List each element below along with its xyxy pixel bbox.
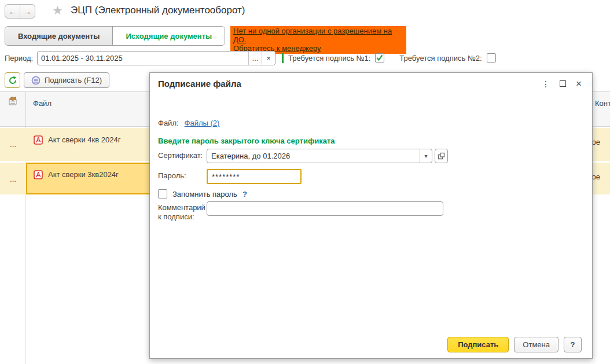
warning-banner: Нет ни одной организации с разрешением н… [230, 26, 406, 54]
certificate-combobox[interactable]: Екатерина, до 01.2026 ▾ [207, 149, 432, 163]
stamp-icon [31, 76, 41, 85]
warning-link-line1[interactable]: Нет ни одной организации с разрешением н… [233, 27, 403, 44]
file-label: Файл: [158, 119, 179, 127]
remember-password-checkbox[interactable] [158, 189, 167, 198]
counterparty-column-header[interactable]: Контр [595, 99, 610, 108]
kebab-menu-icon[interactable]: ⋮ [542, 80, 550, 88]
forward-button[interactable]: → [20, 5, 35, 18]
certificate-label: Сертификат: [158, 149, 207, 163]
period-input[interactable]: 01.01.2025 - 30.11.2025 [38, 52, 248, 65]
file-name: Акт сверки 4кв 2024г [48, 135, 120, 144]
sign-f12-button[interactable]: Подписать (F12) [24, 72, 109, 88]
signature2-checkbox[interactable] [487, 53, 496, 62]
back-icon: ← [9, 7, 17, 16]
sign-file-dialog: Подписание файла ⋮ × Файл: Файлы (2) Вве… [149, 72, 593, 359]
page-title: ЭЦП (Электронный документооборот) [71, 5, 245, 16]
signing-status-column-header[interactable] [0, 92, 26, 127]
handshake-document-icon [8, 95, 18, 106]
password-label: Пароль: [158, 169, 207, 184]
favorite-star-icon[interactable]: ★ [52, 3, 63, 17]
help-button[interactable]: ? [564, 337, 582, 352]
signature1-checkbox[interactable] [375, 53, 384, 62]
cancel-button[interactable]: Отмена [514, 337, 558, 352]
file-column-header[interactable]: Файл [33, 99, 52, 108]
back-button[interactable]: ← [5, 5, 20, 18]
password-input[interactable]: ******** [207, 169, 302, 184]
row-more-button[interactable]: ... [0, 163, 26, 196]
comment-input[interactable] [207, 201, 443, 216]
signature1-label: Требуется подпись №1: [288, 54, 370, 62]
period-label: Период: [5, 54, 33, 62]
files-link[interactable]: Файлы (2) [185, 119, 220, 127]
pdf-file-icon [34, 170, 43, 179]
nav-history-group: ← → [5, 4, 35, 19]
tab-outgoing-documents[interactable]: Исходящие документы [113, 27, 225, 45]
remember-help-link[interactable]: ? [242, 190, 247, 198]
open-certificate-button[interactable] [435, 149, 448, 163]
period-clear-button[interactable]: × [262, 52, 275, 65]
password-heading: Введите пароль закрытого ключа сертифика… [158, 137, 335, 145]
period-field: 01.01.2025 - 30.11.2025 ... × [37, 51, 275, 65]
comment-label: Комментарий к подписи: [158, 201, 207, 222]
forward-icon: → [24, 7, 32, 16]
dialog-titlebar: Подписание файла ⋮ × [150, 73, 592, 89]
refresh-icon [8, 76, 17, 85]
close-icon[interactable]: × [576, 79, 582, 89]
group-separator [282, 53, 284, 63]
signature-flags: Требуется подпись №1: Требуется подпись … [288, 53, 496, 62]
certificate-value: Екатерина, до 01.2026 [207, 149, 420, 163]
app-window: ← → ★ ЭЦП (Электронный документооборот) … [0, 0, 610, 364]
document-tabs: Входящие документы Исходящие документы [5, 26, 225, 46]
period-more-button[interactable]: ... [248, 52, 262, 65]
maximize-icon[interactable] [560, 80, 566, 87]
pdf-file-icon [34, 135, 43, 145]
dialog-title: Подписание файла [158, 79, 542, 89]
chevron-down-icon[interactable]: ▾ [420, 149, 432, 163]
sign-button[interactable]: Подписать [447, 337, 509, 352]
sign-f12-label: Подписать (F12) [45, 76, 102, 84]
tab-incoming-documents[interactable]: Входящие документы [5, 27, 113, 45]
checkmark-icon [376, 54, 383, 61]
refresh-button[interactable] [5, 72, 20, 88]
file-name: Акт сверки 3кв2024г [48, 170, 119, 179]
signature2-label: Требуется подпись №2: [399, 54, 482, 62]
row-more-button[interactable]: ... [0, 128, 26, 161]
open-in-window-icon [438, 152, 445, 160]
remember-password-label: Запомнить пароль [172, 190, 237, 198]
